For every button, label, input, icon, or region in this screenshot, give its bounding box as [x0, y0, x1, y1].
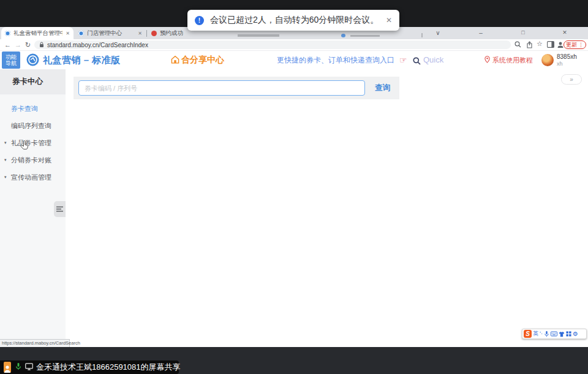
status-url-tooltip: https://standard.maboy.cn/CardSearch	[0, 339, 70, 347]
tab-store-admin[interactable]: 门店管理中心 ✕	[75, 27, 146, 39]
reload-icon[interactable]: ↻	[25, 39, 31, 50]
presenter-avatar-icon	[4, 362, 11, 373]
brand-logo-icon	[26, 53, 39, 66]
info-icon: !	[195, 16, 204, 25]
screen-share-icon	[25, 362, 33, 373]
nav-line: 导航	[2, 60, 20, 66]
ime-settings-gear-icon[interactable]: ⚙	[573, 329, 578, 338]
sidebar-title: 券卡中心	[0, 69, 66, 94]
bottom-taskbar: 金禾通技术王斌18662591081的屏幕共享	[0, 347, 588, 374]
app-header: 功能 导航 礼盒营销 – 标准版 合分享中心 更快捷的券卡、订单和快递查询入口 …	[0, 51, 588, 69]
content-area: 查询 »	[66, 69, 588, 347]
window-close-icon[interactable]: ✕	[559, 27, 570, 39]
tab-label: 礼盒营销平台管理中心	[13, 29, 62, 37]
user-name: 8385xh	[557, 53, 577, 60]
sidebar-item-distribution-reconciliation[interactable]: ▾ 分销券卡对账	[0, 151, 66, 169]
share-center-label: 合分享中心	[181, 55, 224, 66]
obscured-tab-sliver	[350, 35, 380, 37]
meeting-notification-banner: ! 会议已超过2人，自动转为60分钟限时会议。 ✕	[187, 10, 399, 31]
back-icon[interactable]: ←	[4, 39, 11, 50]
tab-label: 门店管理中心	[87, 29, 135, 37]
caret-down-icon: ▾	[4, 169, 7, 186]
screen-share-pill[interactable]: 金禾通技术王斌18662591081的屏幕共享	[0, 361, 179, 374]
microphone-active-icon	[15, 362, 21, 373]
microphone-icon[interactable]	[544, 330, 549, 337]
house-icon	[171, 55, 179, 66]
mouse-hand-cursor	[20, 140, 29, 153]
sidebar-collapse-handle[interactable]	[54, 201, 66, 217]
tab-close-icon[interactable]: ✕	[138, 31, 142, 36]
side-panel-icon[interactable]	[546, 41, 555, 49]
obscured-tab-favicon	[341, 34, 345, 37]
quick-entry-text: 更快捷的券卡、订单和快递查询入口	[277, 51, 394, 69]
address-bar[interactable]: standard.maboy.cn/CardSearchIndex	[34, 40, 511, 49]
tab-giftbox-admin[interactable]: 礼盒营销平台管理中心 ✕	[1, 27, 74, 39]
window-minimize-icon[interactable]: –	[475, 27, 486, 39]
zoom-icon[interactable]	[513, 41, 522, 49]
url-text: standard.maboy.cn/CardSearchIndex	[47, 42, 148, 48]
shared-screen: 礼盒营销平台管理中心 ✕ 门店管理中心 ✕ 预约成功 ∨ – □ ✕	[0, 0, 588, 374]
quick-label[interactable]: Quick	[423, 51, 443, 69]
new-tab-button-sliver	[421, 33, 423, 37]
tab-search-chevron-icon[interactable]: ∨	[432, 27, 443, 39]
chrome-update-button[interactable]: 更新 ⋮	[564, 40, 586, 49]
tab-close-icon[interactable]: ✕	[66, 31, 70, 36]
window-maximize-icon[interactable]: □	[518, 27, 529, 39]
sidebar: 券卡中心 券卡查询 编码序列查询 ▾ 礼品券卡管理 ▾ 分销券卡对账 ▾ 宣传动…	[0, 69, 66, 347]
caret-down-icon: ▾	[4, 134, 7, 151]
sidebar-item-promo-animation[interactable]: ▾ 宣传动画管理	[0, 169, 66, 186]
ime-punctuation-mode[interactable]: ’·	[540, 329, 543, 338]
browser-toolbar: ← → ↻ standard.maboy.cn/CardSearchIndex …	[0, 39, 588, 51]
obscured-tab-sliver	[238, 34, 279, 37]
toolbox-grid-icon[interactable]	[566, 331, 571, 337]
tab-separator	[146, 30, 147, 37]
app-title: 礼盒营销 – 标准版	[43, 51, 121, 69]
sidebar-item-code-sequence-search[interactable]: 编码序列查询	[0, 117, 66, 134]
nav-line: 功能	[2, 54, 20, 60]
pointing-finger-icon: ☞	[399, 51, 407, 69]
sidebar-item-label: 分销券卡对账	[11, 156, 51, 164]
sogou-ime-bar: S 英 ’· ⚙	[522, 329, 587, 339]
caret-down-icon: ▾	[4, 151, 7, 169]
tab-favicon-icon	[5, 31, 10, 36]
more-menu-icon: ⋮	[578, 41, 584, 48]
sogou-logo-icon[interactable]: S	[524, 330, 532, 338]
sidebar-item-label: 礼品券卡管理	[11, 139, 51, 147]
browser-window: 礼盒营销平台管理中心 ✕ 门店管理中心 ✕ 预约成功 ∨ – □ ✕	[0, 27, 588, 347]
card-search-panel: 查询	[74, 77, 399, 99]
expand-panel-button[interactable]: »	[561, 74, 582, 85]
sidebar-item-card-search[interactable]: 券卡查询	[0, 100, 66, 117]
skin-shirt-icon[interactable]	[559, 331, 565, 337]
card-search-input[interactable]	[78, 80, 365, 96]
tab-favicon-icon	[151, 31, 157, 36]
tutorial-label: 系统使用教程	[492, 56, 533, 65]
lock-icon	[39, 39, 44, 50]
share-center-link[interactable]: 合分享中心	[171, 51, 224, 69]
share-icon[interactable]	[525, 41, 533, 49]
user-subname: xh	[557, 61, 563, 67]
notification-close-icon[interactable]: ✕	[386, 16, 392, 25]
forward-icon[interactable]: →	[15, 39, 21, 50]
search-query-button[interactable]: 查询	[375, 77, 390, 99]
bookmark-star-icon[interactable]: ☆	[535, 40, 544, 48]
sidebar-item-gift-card-management[interactable]: ▾ 礼品券卡管理	[0, 134, 66, 151]
update-label: 更新	[566, 41, 577, 48]
tab-favicon-icon	[78, 31, 84, 36]
sidebar-item-label: 宣传动画管理	[11, 174, 51, 181]
quick-search-icon[interactable]	[413, 56, 421, 67]
page-body: 券卡中心 券卡查询 编码序列查询 ▾ 礼品券卡管理 ▾ 分销券卡对账 ▾ 宣传动…	[0, 69, 588, 347]
screen-share-text: 金禾通技术王斌18662591081的屏幕共享	[36, 362, 181, 373]
ime-language-mode[interactable]: 英	[533, 329, 538, 338]
user-avatar[interactable]	[541, 54, 554, 66]
location-pin-icon	[484, 56, 490, 64]
keyboard-icon[interactable]	[551, 331, 557, 337]
system-tutorial-link[interactable]: 系统使用教程	[484, 51, 533, 69]
function-nav-button[interactable]: 功能 导航	[2, 52, 20, 69]
notification-text: 会议已超过2人，自动转为60分钟限时会议。	[210, 15, 381, 26]
